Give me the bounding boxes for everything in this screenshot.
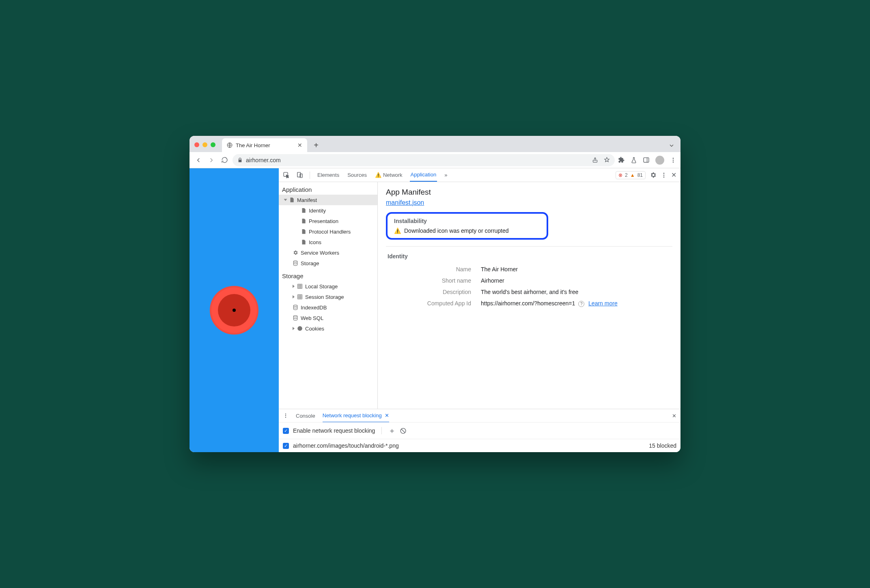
sidebar-item-cookies[interactable]: Cookies xyxy=(279,323,377,334)
application-sidebar: Application Manifest Identity Presentati… xyxy=(279,182,378,409)
browser-toolbar: airhorner.com xyxy=(190,152,680,168)
gear-icon xyxy=(293,250,298,255)
disclosure-triangle-icon xyxy=(293,327,295,330)
disclosure-triangle-icon xyxy=(293,285,295,288)
svg-point-11 xyxy=(663,176,665,178)
address-text: airhorner.com xyxy=(246,157,281,163)
sidebar-item-service-workers[interactable]: Service Workers xyxy=(279,247,377,258)
tab-network[interactable]: ⚠️Network xyxy=(374,169,403,181)
sidebar-item-icons[interactable]: Icons xyxy=(279,237,377,247)
tabs-chevron-icon[interactable] xyxy=(668,142,675,149)
svg-point-5 xyxy=(673,161,674,163)
devtools-main: Application Manifest Identity Presentati… xyxy=(279,182,680,409)
drawer-tab-console[interactable]: Console xyxy=(296,410,315,422)
content-area: Elements Sources ⚠️Network Application »… xyxy=(190,168,680,452)
tab-application[interactable]: Application xyxy=(410,168,437,182)
extensions-icon[interactable] xyxy=(618,157,625,163)
blocking-pattern-row[interactable]: ✓ airhorner.com/images/touch/android-*.p… xyxy=(279,439,680,452)
window-minimize-button[interactable] xyxy=(202,142,207,147)
sidebar-item-session-storage[interactable]: Session Storage xyxy=(279,292,377,302)
drawer-menu-icon[interactable] xyxy=(283,413,289,418)
error-icon: ⊗ xyxy=(618,172,622,178)
svg-point-4 xyxy=(673,159,674,161)
drawer-tab-network-blocking[interactable]: Network request blocking ✕ xyxy=(323,409,390,423)
pattern-checkbox[interactable]: ✓ xyxy=(283,443,289,449)
sidebar-item-manifest[interactable]: Manifest xyxy=(279,195,377,205)
devtools-menu-icon[interactable] xyxy=(661,172,667,178)
tabs-overflow-icon[interactable]: » xyxy=(444,169,448,181)
tab-sources[interactable]: Sources xyxy=(347,169,368,181)
grid-icon xyxy=(297,283,303,289)
file-icon xyxy=(301,218,306,224)
forward-button[interactable] xyxy=(207,155,216,165)
sidebar-item-websql[interactable]: Web SQL xyxy=(279,313,377,323)
tab-elements[interactable]: Elements xyxy=(317,169,340,181)
clear-all-icon[interactable] xyxy=(400,427,407,434)
drawer-close-icon[interactable]: ✕ xyxy=(672,413,676,419)
svg-point-19 xyxy=(285,415,286,416)
svg-point-9 xyxy=(663,173,665,174)
installability-warning-text: Downloaded icon was empty or corrupted xyxy=(404,227,509,234)
sidebar-cat-storage: Storage xyxy=(279,268,377,281)
close-icon[interactable]: ✕ xyxy=(385,412,389,418)
new-tab-button[interactable]: + xyxy=(310,139,322,151)
settings-gear-icon[interactable] xyxy=(650,172,657,178)
svg-rect-14 xyxy=(298,295,302,299)
inspect-icon[interactable] xyxy=(283,172,290,178)
address-bar[interactable]: airhorner.com xyxy=(233,154,615,166)
devtools-toolbar: Elements Sources ⚠️Network Application »… xyxy=(279,168,680,182)
sidebar-item-local-storage[interactable]: Local Storage xyxy=(279,281,377,292)
field-description: Description The world's best airhorner, … xyxy=(386,286,672,298)
window-maximize-button[interactable] xyxy=(211,142,215,147)
sidebar-item-identity[interactable]: Identity xyxy=(279,205,377,216)
add-pattern-button[interactable]: ＋ xyxy=(388,426,396,436)
reload-button[interactable] xyxy=(220,155,229,165)
device-toggle-icon[interactable] xyxy=(296,172,303,178)
field-short-name: Short name Airhorner xyxy=(386,275,672,286)
svg-point-17 xyxy=(297,326,302,331)
learn-more-link[interactable]: Learn more xyxy=(588,300,618,307)
svg-point-10 xyxy=(663,174,665,176)
labs-icon[interactable] xyxy=(631,157,637,163)
window-close-button[interactable] xyxy=(194,142,199,147)
blocking-toolbar-row: ✓ Enable network request blocking ＋ xyxy=(279,422,680,439)
svg-rect-2 xyxy=(644,158,649,162)
browser-window: The Air Horner ✕ + airhorner.com xyxy=(190,136,680,452)
manifest-panel: App Manifest manifest.json Installabilit… xyxy=(378,182,680,409)
field-name: Name The Air Horner xyxy=(386,264,672,275)
svg-point-15 xyxy=(293,305,297,307)
sidebar-cat-application: Application xyxy=(279,182,377,195)
disclosure-triangle-icon xyxy=(293,295,295,298)
bookmark-star-icon[interactable] xyxy=(604,157,610,163)
svg-point-20 xyxy=(285,417,286,418)
database-icon xyxy=(293,315,298,321)
identity-heading: Identity xyxy=(386,253,672,260)
devtools-close-icon[interactable]: ✕ xyxy=(671,171,676,179)
airhorn-button[interactable] xyxy=(210,286,258,335)
share-icon[interactable] xyxy=(592,157,598,163)
devtools-drawer: Console Network request blocking ✕ ✕ ✓ E… xyxy=(279,409,680,452)
warning-icon: ▲ xyxy=(630,172,635,178)
grid-icon xyxy=(297,294,303,300)
enable-blocking-checkbox[interactable]: ✓ xyxy=(283,428,289,434)
side-panel-icon[interactable] xyxy=(643,157,650,163)
database-icon xyxy=(293,260,298,266)
sidebar-item-protocol-handlers[interactable]: Protocol Handlers xyxy=(279,226,377,237)
browser-menu-icon[interactable] xyxy=(670,157,676,163)
manifest-link[interactable]: manifest.json xyxy=(386,199,424,206)
browser-tab[interactable]: The Air Horner ✕ xyxy=(222,138,307,152)
tab-title: The Air Horner xyxy=(236,142,270,148)
issues-pill[interactable]: ⊗2 ▲81 xyxy=(616,171,646,179)
file-icon xyxy=(289,197,295,203)
installability-section: Installability ⚠️ Downloaded icon was em… xyxy=(386,212,548,240)
sidebar-item-presentation[interactable]: Presentation xyxy=(279,216,377,226)
tab-close-icon[interactable]: ✕ xyxy=(297,142,302,148)
back-button[interactable] xyxy=(194,155,203,165)
devtools-panel: Elements Sources ⚠️Network Application »… xyxy=(279,168,680,452)
sidebar-item-storage[interactable]: Storage xyxy=(279,258,377,268)
help-icon[interactable]: ? xyxy=(578,301,584,307)
profile-avatar[interactable] xyxy=(655,156,664,165)
tab-strip: The Air Horner ✕ + xyxy=(190,136,680,152)
globe-icon xyxy=(227,142,233,148)
sidebar-item-indexeddb[interactable]: IndexedDB xyxy=(279,302,377,313)
